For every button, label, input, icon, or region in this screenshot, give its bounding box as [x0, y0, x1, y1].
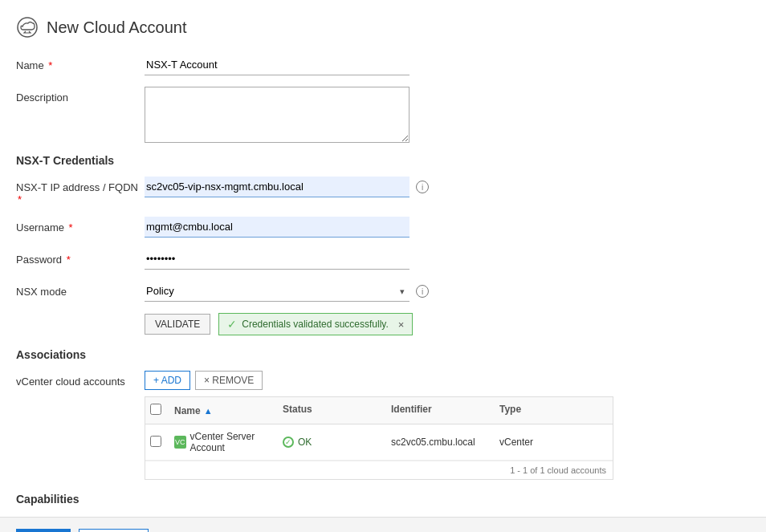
nsx-mode-info-icon[interactable]: i — [416, 285, 429, 298]
row-name: vCenter Server Account — [190, 431, 283, 453]
table-footer: 1 - 1 of 1 cloud accounts — [145, 461, 613, 479]
cloud-sync-icon — [16, 16, 39, 39]
sort-asc-icon: ▲ — [204, 406, 213, 416]
header-type-col: Type — [499, 404, 608, 417]
row-status-col: ✓ OK — [283, 437, 391, 448]
vcenter-server-icon: VC — [174, 436, 186, 449]
cancel-button[interactable]: CANCEL — [79, 529, 149, 532]
success-message: Credentials validated successfully. — [242, 319, 389, 330]
add-button[interactable]: ADD — [16, 529, 71, 532]
nsx-mode-select[interactable]: Policy Manager — [145, 281, 409, 302]
header-checkbox-col — [150, 404, 174, 417]
description-label: Description — [16, 87, 145, 104]
select-all-checkbox[interactable] — [150, 404, 161, 415]
row-type-col: vCenter — [499, 437, 608, 448]
footer-buttons: ADD CANCEL — [0, 517, 766, 532]
username-required: * — [69, 221, 73, 234]
name-required: * — [48, 59, 52, 71]
ip-info-icon[interactable]: i — [416, 181, 429, 193]
username-input[interactable] — [145, 217, 409, 238]
name-control — [145, 55, 742, 75]
page-header: New Cloud Account — [16, 16, 742, 39]
vcenter-label: vCenter cloud accounts — [16, 371, 145, 388]
password-label: Password * — [16, 249, 145, 266]
vcenter-content: + ADD × REMOVE Name ▲ Status Identifier — [145, 371, 742, 480]
page-title: New Cloud Account — [47, 18, 187, 37]
username-control — [145, 217, 742, 238]
ip-label: NSX-T IP address / FQDN * — [16, 177, 145, 205]
description-row: Description — [16, 87, 742, 143]
ok-check-icon: ✓ — [283, 437, 294, 448]
vcenter-table: Name ▲ Status Identifier Type VC — [145, 396, 613, 480]
row-name-col: VC vCenter Server Account — [174, 431, 283, 453]
name-row: Name * — [16, 55, 742, 75]
ip-row: NSX-T IP address / FQDN * i — [16, 177, 742, 205]
header-name-col: Name ▲ — [174, 404, 283, 417]
table-header: Name ▲ Status Identifier Type — [145, 397, 613, 424]
nsx-mode-row: NSX mode Policy Manager ▾ i — [16, 281, 742, 302]
nsx-credentials-section-title: NSX-T Credentials — [16, 154, 742, 167]
associations-section-title: Associations — [16, 348, 742, 361]
ip-required: * — [18, 193, 22, 205]
name-input[interactable] — [145, 55, 409, 75]
row-identifier-col: sc2vc05.cmbu.local — [391, 437, 499, 448]
ip-control: i — [145, 177, 742, 197]
close-success-button[interactable]: × — [398, 319, 405, 331]
name-label: Name * — [16, 55, 145, 71]
nsx-mode-select-wrap: Policy Manager ▾ — [145, 281, 409, 302]
password-input[interactable] — [145, 249, 409, 270]
validate-row: VALIDATE ✓ Credentials validated success… — [145, 313, 742, 335]
check-circle-icon: ✓ — [227, 318, 237, 331]
ip-input[interactable] — [145, 177, 409, 197]
nsx-mode-label: NSX mode — [16, 281, 145, 298]
row-checkbox[interactable] — [150, 436, 161, 447]
add-vcenter-button[interactable]: + ADD — [145, 371, 190, 390]
row-checkbox-col — [150, 436, 174, 449]
associations-section: Associations vCenter cloud accounts + AD… — [16, 348, 742, 480]
row-status: OK — [298, 437, 312, 448]
capabilities-section-title: Capabilities — [16, 493, 742, 506]
assoc-buttons: + ADD × REMOVE — [145, 371, 742, 390]
password-control — [145, 249, 742, 270]
description-textarea[interactable] — [145, 87, 409, 143]
header-identifier-col: Identifier — [391, 404, 499, 417]
username-row: Username * — [16, 217, 742, 238]
password-required: * — [67, 254, 71, 266]
nsx-mode-control: Policy Manager ▾ i — [145, 281, 742, 302]
validate-button[interactable]: VALIDATE — [145, 314, 210, 335]
username-label: Username * — [16, 217, 145, 234]
remove-vcenter-button[interactable]: × REMOVE — [195, 371, 263, 390]
table-row: VC vCenter Server Account ✓ OK sc2vc05.c… — [145, 424, 613, 461]
description-control — [145, 87, 742, 143]
header-status-col: Status — [283, 404, 391, 417]
page-container: New Cloud Account Name * Description NSX… — [0, 0, 766, 532]
vcenter-accounts-row: vCenter cloud accounts + ADD × REMOVE Na… — [16, 371, 742, 480]
success-badge: ✓ Credentials validated successfully. × — [218, 313, 413, 335]
password-row: Password * — [16, 249, 742, 270]
